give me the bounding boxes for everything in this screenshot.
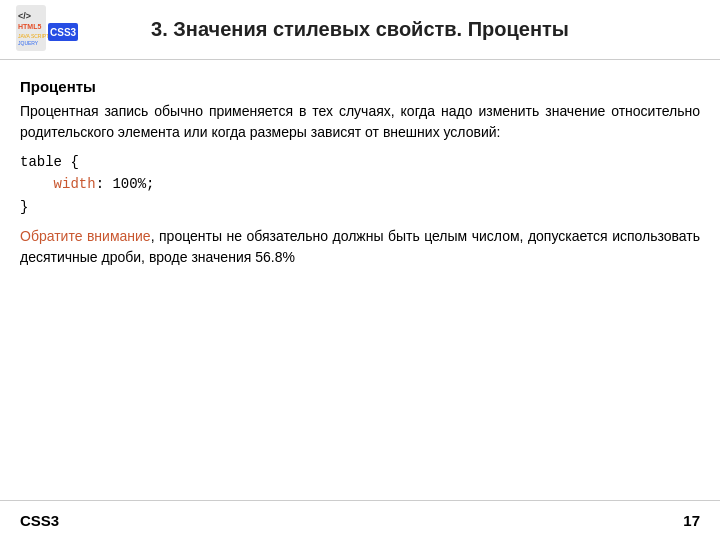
svg-text:HTML5: HTML5 xyxy=(18,23,41,30)
notice-paragraph: Обратите внимание, проценты не обязатель… xyxy=(20,226,700,268)
code-block: table { width: 100%; } xyxy=(20,151,700,218)
footer-page: 17 xyxy=(683,512,700,529)
header: </> HTML5 JAVA SCRIPT JQUERY CSS3 3. Зна… xyxy=(0,0,720,60)
code-line-2: width: 100%; xyxy=(20,173,700,195)
logo: </> HTML5 JAVA SCRIPT JQUERY CSS3 xyxy=(16,5,86,55)
intro-paragraph: Процентная запись обычно применяется в т… xyxy=(20,101,700,143)
code-line-1: table { xyxy=(20,151,700,173)
code-line-3: } xyxy=(20,196,700,218)
svg-text:</>: </> xyxy=(18,11,31,21)
footer-label: CSS3 xyxy=(20,512,59,529)
footer: CSS3 17 xyxy=(0,500,720,540)
code-property: width xyxy=(54,176,96,192)
main-content: Проценты Процентная запись обычно примен… xyxy=(0,60,720,500)
notice-highlight: Обратите внимание xyxy=(20,228,151,244)
intro-text: Процентная запись обычно применяется в т… xyxy=(20,103,700,140)
svg-text:JAVA SCRIPT: JAVA SCRIPT xyxy=(18,33,49,39)
page-title: 3. Значения стилевых свойств. Проценты xyxy=(86,18,704,41)
svg-text:CSS3: CSS3 xyxy=(50,27,77,38)
section-title: Проценты xyxy=(20,78,700,95)
svg-text:JQUERY: JQUERY xyxy=(18,40,39,46)
